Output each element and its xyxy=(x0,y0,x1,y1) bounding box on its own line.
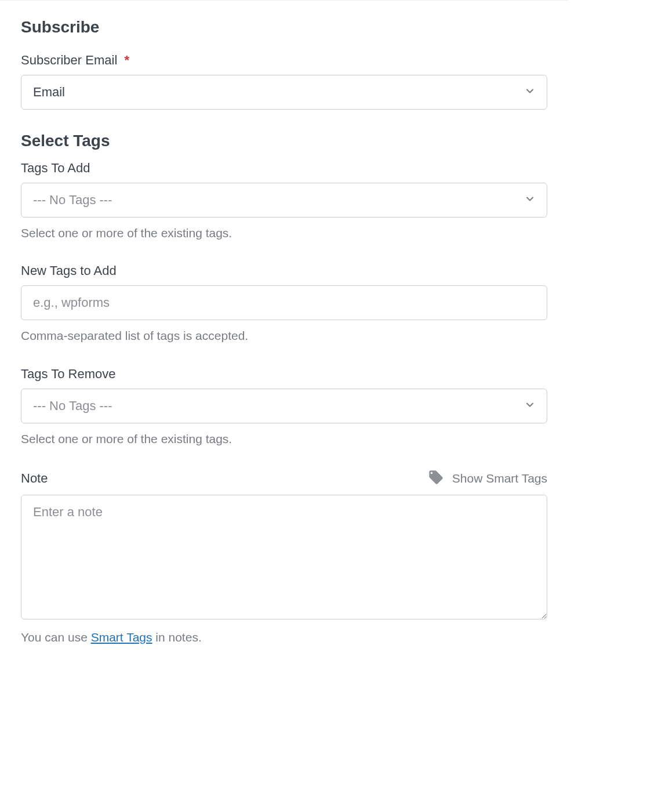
subscriber-email-value: Email xyxy=(33,85,65,100)
note-textarea[interactable] xyxy=(21,495,547,619)
tags-to-add-field: Tags To Add --- No Tags --- Select one o… xyxy=(21,161,547,241)
show-smart-tags-label: Show Smart Tags xyxy=(452,472,547,485)
tags-to-add-placeholder: --- No Tags --- xyxy=(33,193,112,208)
show-smart-tags-button[interactable]: Show Smart Tags xyxy=(428,469,547,488)
new-tags-label: New Tags to Add xyxy=(21,263,547,278)
subscriber-email-select[interactable]: Email xyxy=(21,75,547,110)
tag-icon xyxy=(428,469,444,488)
tags-to-remove-label: Tags To Remove xyxy=(21,367,547,382)
tags-to-add-help: Select one or more of the existing tags. xyxy=(21,224,547,241)
tags-to-add-select[interactable]: --- No Tags --- xyxy=(21,183,547,217)
tags-to-remove-select[interactable]: --- No Tags --- xyxy=(21,389,547,423)
select-tags-heading: Select Tags xyxy=(21,132,547,150)
tags-to-remove-help: Select one or more of the existing tags. xyxy=(21,430,547,447)
new-tags-field: New Tags to Add Comma-separated list of … xyxy=(21,263,547,344)
subscribe-heading: Subscribe xyxy=(21,18,547,37)
tags-to-remove-placeholder: --- No Tags --- xyxy=(33,398,112,414)
note-help: You can use Smart Tags in notes. xyxy=(21,629,547,646)
note-label: Note xyxy=(21,471,48,486)
smart-tags-link[interactable]: Smart Tags xyxy=(91,630,152,644)
new-tags-input[interactable] xyxy=(21,285,547,320)
new-tags-help: Comma-separated list of tags is accepted… xyxy=(21,327,547,344)
note-field: Note Show Smart Tags You can use Smart T… xyxy=(21,469,547,646)
subscriber-email-label: Subscriber Email * xyxy=(21,53,547,68)
tags-to-remove-field: Tags To Remove --- No Tags --- Select on… xyxy=(21,367,547,447)
tags-to-add-label: Tags To Add xyxy=(21,161,547,176)
required-asterisk-icon: * xyxy=(124,53,129,67)
subscriber-email-field: Subscriber Email * Email xyxy=(21,53,547,110)
